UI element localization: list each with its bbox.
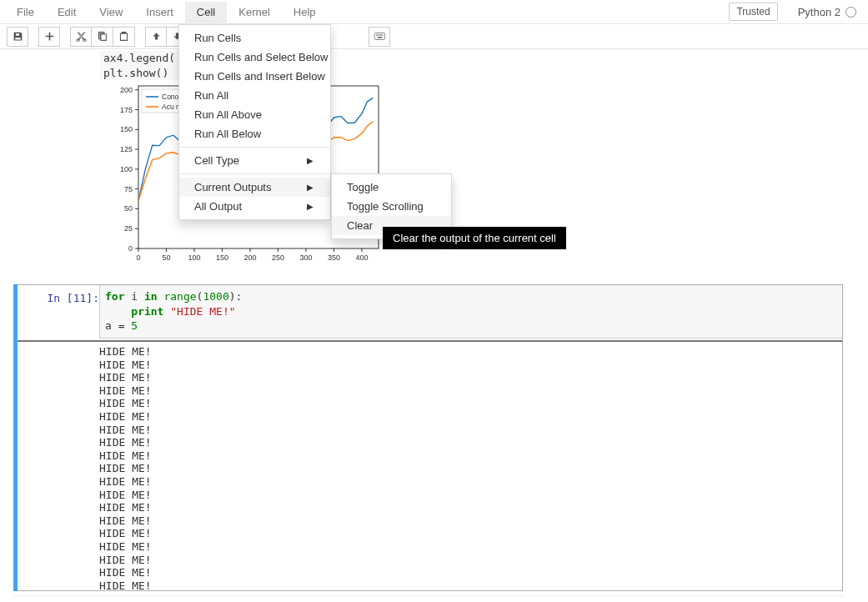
svg-rect-1	[376, 34, 377, 35]
svg-text:150: 150	[216, 253, 228, 262]
plus-icon	[44, 31, 55, 42]
menu-run-all-below[interactable]: Run All Below	[179, 124, 330, 143]
menu-help[interactable]: Help	[282, 2, 328, 23]
menu-cell[interactable]: Cell	[185, 2, 227, 23]
add-cell-button[interactable]	[38, 27, 60, 47]
menu-cell-type[interactable]: Cell Type ▶	[179, 151, 330, 170]
prev-cell-code: ax4.legend( plt.show()	[100, 51, 178, 80]
svg-text:175: 175	[120, 106, 133, 114]
output-scroll-area[interactable]: HIDE ME! HIDE ME! HIDE ME! HIDE ME! HIDE…	[99, 342, 842, 590]
svg-text:100: 100	[188, 253, 200, 262]
svg-text:400: 400	[355, 253, 368, 262]
svg-text:100: 100	[120, 165, 133, 173]
svg-text:250: 250	[272, 253, 284, 262]
arrow-up-icon	[151, 31, 162, 42]
menu-run-select-below[interactable]: Run Cells and Select Below	[179, 48, 330, 67]
svg-text:75: 75	[124, 185, 133, 193]
kernel-indicator[interactable]: Python 2	[798, 6, 856, 18]
menu-all-output[interactable]: All Output ▶	[179, 197, 330, 216]
paste-button[interactable]	[113, 27, 135, 47]
save-button[interactable]	[7, 27, 28, 47]
svg-text:150: 150	[120, 125, 133, 133]
submenu-toggle-scrolling[interactable]: Toggle Scrolling	[332, 197, 451, 216]
svg-rect-2	[378, 34, 379, 35]
menu-file[interactable]: File	[5, 2, 46, 23]
submenu-toggle[interactable]: Toggle	[332, 178, 451, 197]
kernel-name: Python 2	[798, 6, 840, 18]
code-cell-selected[interactable]: In [11]: for i in range(1000): print "HI…	[13, 284, 843, 591]
menu-run-all[interactable]: Run All	[179, 86, 330, 105]
svg-text:350: 350	[328, 253, 340, 262]
menubar: File Edit View Insert Cell Kernel Help T…	[0, 0, 868, 24]
command-palette-button[interactable]	[369, 27, 390, 47]
menu-view[interactable]: View	[88, 2, 134, 23]
cut-button[interactable]	[70, 27, 92, 47]
svg-text:0: 0	[136, 253, 140, 262]
input-prompt: In [11]:	[24, 292, 99, 304]
svg-text:200: 200	[120, 86, 133, 94]
menu-edit[interactable]: Edit	[46, 2, 88, 23]
keyboard-icon	[374, 31, 385, 42]
trusted-indicator[interactable]: Trusted	[729, 3, 777, 21]
menu-insert[interactable]: Insert	[134, 2, 185, 23]
save-icon	[13, 31, 23, 42]
svg-text:125: 125	[120, 145, 133, 153]
svg-text:50: 50	[162, 253, 170, 262]
menu-all-output-label: All Output	[194, 200, 242, 213]
svg-rect-4	[381, 34, 382, 35]
menu-current-outputs-label: Current Outputs	[194, 181, 272, 193]
copy-button[interactable]	[92, 27, 113, 47]
menu-kernel[interactable]: Kernel	[227, 2, 282, 23]
next-cell-preview	[13, 595, 843, 602]
code-line: plt.show()	[103, 67, 168, 79]
kernel-status-icon	[845, 7, 856, 18]
svg-text:200: 200	[243, 253, 256, 262]
svg-text:50: 50	[124, 204, 133, 213]
tooltip: Clear the output of the current cell	[383, 227, 566, 249]
toolbar	[0, 24, 868, 49]
menu-run-cells[interactable]: Run Cells	[179, 28, 330, 48]
menu-run-insert-below[interactable]: Run Cells and Insert Below	[179, 67, 330, 86]
menu-cell-type-label: Cell Type	[194, 154, 239, 167]
menu-divider	[179, 173, 330, 174]
submenu-arrow-icon: ▶	[307, 183, 314, 192]
notebook-area: ax4.legend( plt.show() 02550751001251501…	[0, 49, 868, 602]
code-input-area[interactable]: for i in range(1000): print "HIDE ME!" a…	[99, 285, 842, 339]
svg-rect-5	[377, 37, 382, 38]
menu-divider	[179, 147, 330, 148]
paste-icon	[118, 31, 129, 42]
output-wrap: HIDE ME! HIDE ME! HIDE ME! HIDE ME! HIDE…	[14, 340, 842, 590]
copy-icon	[97, 31, 108, 42]
svg-text:300: 300	[299, 253, 312, 262]
submenu-arrow-icon: ▶	[307, 156, 314, 165]
svg-rect-0	[374, 33, 384, 40]
svg-text:0: 0	[128, 244, 133, 253]
cut-icon	[76, 31, 87, 42]
cell-dropdown-menu: Run Cells Run Cells and Select Below Run…	[178, 24, 331, 220]
menu-run-all-above[interactable]: Run All Above	[179, 105, 330, 124]
svg-text:25: 25	[124, 224, 133, 233]
menu-current-outputs[interactable]: Current Outputs ▶	[179, 178, 330, 197]
code-line: ax4.legend(	[103, 52, 175, 64]
move-up-button[interactable]	[145, 27, 167, 47]
submenu-arrow-icon: ▶	[307, 202, 314, 211]
svg-rect-3	[379, 34, 380, 35]
